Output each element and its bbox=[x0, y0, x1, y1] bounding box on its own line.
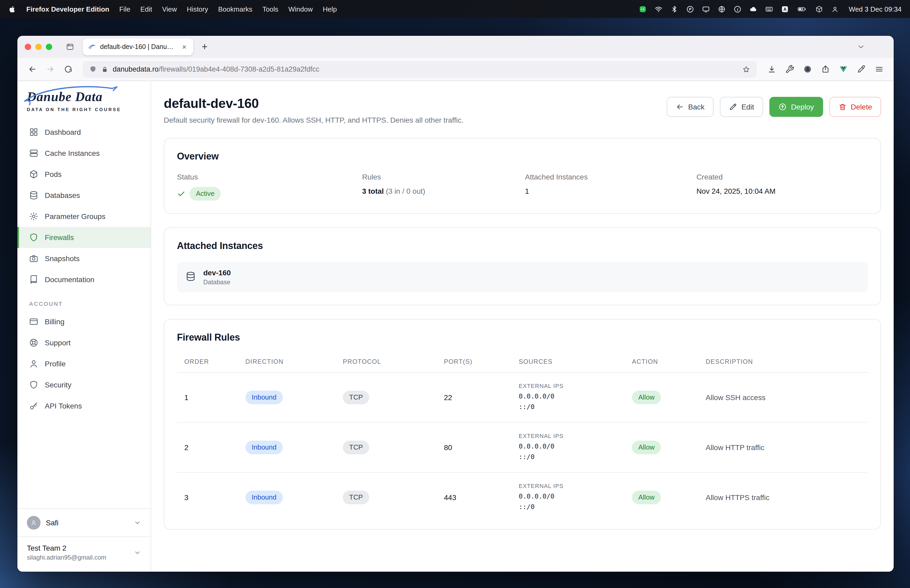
back-button[interactable] bbox=[24, 61, 40, 78]
user-switch-icon[interactable] bbox=[831, 5, 839, 13]
reload-button[interactable] bbox=[60, 61, 76, 78]
sidebar-item-snapshots[interactable]: Snapshots bbox=[18, 248, 150, 269]
sidebar-item-firewalls[interactable]: Firewalls bbox=[18, 227, 150, 248]
tracking-protection-shield-icon[interactable] bbox=[89, 65, 97, 73]
sidebar: Danube Data DATA ON THE RIGHT COURSE Das… bbox=[18, 81, 151, 572]
download-icon[interactable] bbox=[763, 61, 780, 78]
eyedropper-icon[interactable] bbox=[853, 61, 870, 78]
created-label: Created bbox=[697, 173, 868, 181]
green-app-icon[interactable] bbox=[639, 5, 647, 13]
url-path: /firewalls/019ab4e4-408d-7308-a2d5-81a29… bbox=[158, 65, 319, 73]
book-icon bbox=[29, 275, 39, 284]
keyboard-icon[interactable] bbox=[765, 5, 773, 13]
edit-button[interactable]: Edit bbox=[720, 97, 763, 117]
tab-favicon bbox=[88, 43, 96, 51]
new-tab-button[interactable]: + bbox=[199, 41, 211, 53]
tab-close-icon[interactable]: × bbox=[181, 42, 188, 52]
lock-icon[interactable] bbox=[101, 66, 108, 73]
menubar-item-file[interactable]: File bbox=[119, 5, 130, 13]
menubar-item-view[interactable]: View bbox=[162, 5, 177, 13]
rule-sources: EXTERNAL IPS 0.0.0.0/0 ::/0 bbox=[519, 472, 632, 516]
menubar-item-bookmarks[interactable]: Bookmarks bbox=[218, 5, 252, 13]
url-bar[interactable]: danubedata.ro/firewalls/019ab4e4-408d-73… bbox=[83, 61, 757, 78]
text-input-icon[interactable]: A bbox=[781, 5, 789, 13]
close-window-button[interactable] bbox=[25, 44, 31, 50]
chevron-down-icon bbox=[134, 519, 141, 527]
attached-count: 1 bbox=[525, 187, 697, 195]
s-badge-icon[interactable]: S bbox=[799, 61, 816, 78]
check-icon bbox=[177, 189, 185, 198]
sidebar-item-parameter-groups[interactable]: Parameter Groups bbox=[18, 206, 150, 227]
bluetooth-icon[interactable] bbox=[671, 5, 678, 13]
battery-icon[interactable] bbox=[797, 5, 807, 13]
sidebar-item-cache-instances[interactable]: Cache Instances bbox=[18, 143, 150, 164]
apple-menu-icon[interactable] bbox=[8, 5, 16, 13]
sidebar-item-documentation[interactable]: Documentation bbox=[18, 269, 150, 290]
svg-text:P: P bbox=[689, 7, 691, 11]
sidebar-item-pods[interactable]: Pods bbox=[18, 164, 150, 185]
display-icon[interactable] bbox=[702, 5, 710, 13]
edit-label: Edit bbox=[742, 103, 754, 111]
menubar-app-name[interactable]: Firefox Developer Edition bbox=[26, 5, 109, 13]
menubar-item-edit[interactable]: Edit bbox=[141, 5, 152, 13]
action-badge: Allow bbox=[632, 441, 661, 454]
menubar-item-history[interactable]: History bbox=[187, 5, 208, 13]
info-icon[interactable]: i bbox=[734, 5, 742, 13]
list-tabs-chevron-icon[interactable] bbox=[853, 39, 868, 54]
avatar bbox=[27, 516, 40, 530]
direction-badge: Inbound bbox=[246, 391, 283, 404]
credit-card-icon bbox=[29, 317, 39, 326]
sidebar-item-dashboard[interactable]: Dashboard bbox=[18, 121, 150, 143]
menubar-item-help[interactable]: Help bbox=[323, 5, 337, 13]
wrench-icon[interactable] bbox=[781, 61, 798, 78]
attached-instance-row[interactable]: dev-160 Database bbox=[177, 262, 868, 292]
action-badge: Allow bbox=[632, 491, 661, 504]
person-icon bbox=[29, 359, 39, 368]
user-menu[interactable]: Safi bbox=[18, 509, 150, 536]
menu-icon[interactable] bbox=[871, 61, 887, 78]
back-button-page[interactable]: Back bbox=[666, 97, 713, 117]
zoom-window-button[interactable] bbox=[46, 44, 52, 50]
column-header-protocol: PROTOCOL bbox=[343, 354, 444, 372]
vue-devtools-icon[interactable] bbox=[835, 61, 852, 78]
rules-label: Rules bbox=[362, 173, 525, 181]
logo[interactable]: Danube Data DATA ON THE RIGHT COURSE bbox=[18, 81, 150, 116]
overview-attached: Attached Instances 1 bbox=[525, 173, 697, 200]
overview-rules: Rules 3 total (3 in / 0 out) bbox=[362, 173, 525, 200]
menubar-clock[interactable]: Wed 3 Dec 09:34 bbox=[849, 5, 902, 13]
forward-button[interactable] bbox=[42, 61, 58, 78]
browser-tab[interactable]: default-dev-160 | DanubeData × bbox=[83, 39, 193, 55]
cube-icon[interactable] bbox=[815, 5, 823, 13]
logo-tagline: DATA ON THE RIGHT COURSE bbox=[27, 107, 141, 112]
team-switcher[interactable]: Test Team 2 silaghi.adrian95@gmail.com bbox=[18, 537, 150, 572]
bookmark-star-icon[interactable] bbox=[742, 65, 750, 73]
svg-text:i: i bbox=[737, 7, 738, 11]
share-icon[interactable] bbox=[817, 61, 834, 78]
deploy-button[interactable]: Deploy bbox=[769, 97, 823, 117]
sidebar-item-billing[interactable]: Billing bbox=[18, 311, 150, 332]
cloud-icon[interactable] bbox=[749, 5, 757, 13]
wifi-icon[interactable] bbox=[655, 5, 663, 13]
sidebar-item-label: Dashboard bbox=[45, 128, 81, 136]
delete-button[interactable]: Delete bbox=[829, 97, 881, 117]
firefox-view-icon[interactable] bbox=[63, 39, 78, 54]
arrow-left-icon bbox=[676, 103, 684, 111]
menubar-item-window[interactable]: Window bbox=[288, 5, 313, 13]
sources-label: EXTERNAL IPS bbox=[519, 483, 628, 489]
globe-icon[interactable] bbox=[718, 5, 726, 13]
sidebar-item-api-tokens[interactable]: API Tokens bbox=[18, 395, 150, 417]
minimize-window-button[interactable] bbox=[35, 44, 42, 50]
dashboard-grid-icon bbox=[29, 128, 39, 137]
menubar-item-tools[interactable]: Tools bbox=[262, 5, 279, 13]
sidebar-item-security[interactable]: Security bbox=[18, 374, 150, 395]
sidebar-item-label: Firewalls bbox=[45, 233, 74, 242]
security-shield-icon bbox=[29, 380, 39, 389]
sidebar-item-profile[interactable]: Profile bbox=[18, 353, 150, 374]
sidebar-item-label: Support bbox=[45, 338, 71, 347]
url-text: danubedata.ro/firewalls/019ab4e4-408d-73… bbox=[113, 65, 319, 73]
sidebar-item-support[interactable]: Support bbox=[18, 332, 150, 353]
window-controls bbox=[25, 44, 52, 50]
attached-label: Attached Instances bbox=[525, 173, 697, 181]
parallels-icon[interactable]: P bbox=[686, 5, 694, 13]
sidebar-item-databases[interactable]: Databases bbox=[18, 185, 150, 206]
